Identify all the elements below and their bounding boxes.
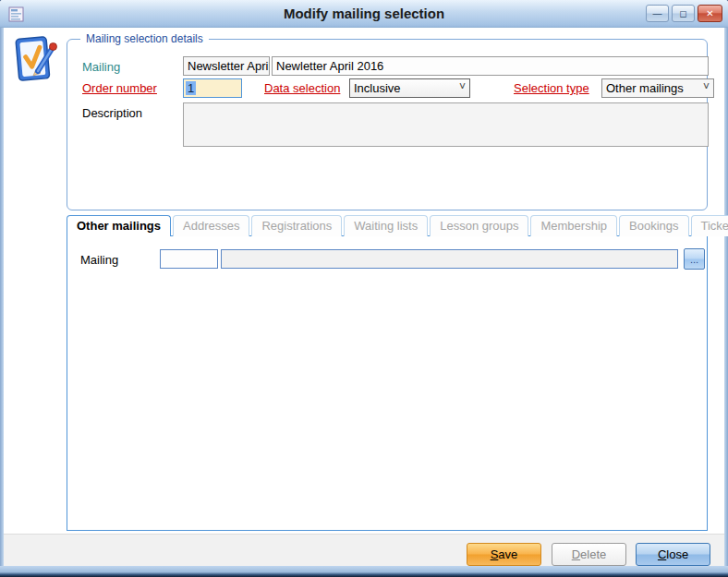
tab-registrations[interactable]: Registrations	[251, 215, 342, 236]
tab-bookings[interactable]: Bookings	[619, 215, 688, 236]
close-button[interactable]: Close	[636, 543, 710, 566]
description-label: Description	[82, 106, 142, 120]
selection-type-label[interactable]: Selection type	[514, 81, 589, 95]
close-icon: ✕	[706, 8, 713, 18]
selection-type-dropdown[interactable]: Other mailings ˅	[601, 78, 714, 98]
order-number-label[interactable]: Order number	[82, 81, 157, 95]
window-title: Modify mailing selection	[0, 6, 728, 21]
group-legend: Mailing selection details	[80, 32, 209, 45]
panel-mailing-label: Mailing	[80, 253, 118, 267]
mailing-selection-details-group: Mailing selection details Mailing Newsle…	[67, 39, 708, 210]
description-textarea[interactable]	[183, 102, 709, 147]
mailing-label: Mailing	[82, 60, 120, 74]
order-number-value: 1	[186, 81, 196, 95]
minimize-button[interactable]: —	[646, 5, 669, 22]
maximize-button[interactable]: ◻	[672, 5, 695, 22]
order-number-input[interactable]: 1	[183, 78, 242, 98]
tab-addresses[interactable]: Addresses	[173, 215, 249, 236]
selection-tabs: Other mailings Addresses Registrations W…	[67, 215, 728, 236]
data-selection-label[interactable]: Data selection	[264, 81, 340, 95]
tab-waiting-lists[interactable]: Waiting lists	[344, 215, 428, 236]
browse-mailing-button[interactable]: ...	[684, 248, 705, 270]
panel-mailing-code-input[interactable]	[160, 249, 218, 269]
close-window-button[interactable]: ✕	[698, 5, 722, 22]
modify-mailing-selection-dialog: Modify mailing selection — ◻ ✕	[0, 0, 728, 577]
window-form-icon	[8, 6, 24, 22]
dialog-body: Mailing selection details Mailing Newsle…	[4, 28, 724, 566]
titlebar[interactable]: Modify mailing selection — ◻ ✕	[0, 0, 728, 28]
clipboard-check-icon	[11, 33, 59, 87]
panel-mailing-name-field	[221, 249, 678, 269]
mailing-code-field: Newsletter April	[183, 56, 270, 76]
mailing-name-field: Newletter April 2016	[272, 56, 709, 76]
chevron-down-icon: ˅	[459, 80, 466, 93]
tab-other-mailings[interactable]: Other mailings	[67, 215, 171, 236]
tab-ticketing[interactable]: Ticketing	[691, 215, 728, 236]
maximize-icon: ◻	[679, 8, 686, 18]
selection-type-value: Other mailings	[606, 81, 684, 95]
data-selection-dropdown[interactable]: Inclusive ˅	[349, 78, 470, 98]
button-bar: Save Delete Close	[4, 534, 724, 566]
tab-membership[interactable]: Membership	[530, 215, 617, 236]
window-border-bottom	[0, 566, 728, 577]
tab-lesson-groups[interactable]: Lesson groups	[430, 215, 528, 236]
window-border-right	[724, 28, 728, 566]
ellipsis-icon: ...	[690, 254, 698, 265]
minimize-icon: —	[653, 8, 662, 18]
other-mailings-panel: Mailing ...	[67, 235, 708, 531]
chevron-down-icon: ˅	[703, 80, 710, 93]
delete-button[interactable]: Delete	[552, 543, 626, 566]
data-selection-value: Inclusive	[354, 81, 401, 95]
save-button[interactable]: Save	[467, 543, 541, 566]
